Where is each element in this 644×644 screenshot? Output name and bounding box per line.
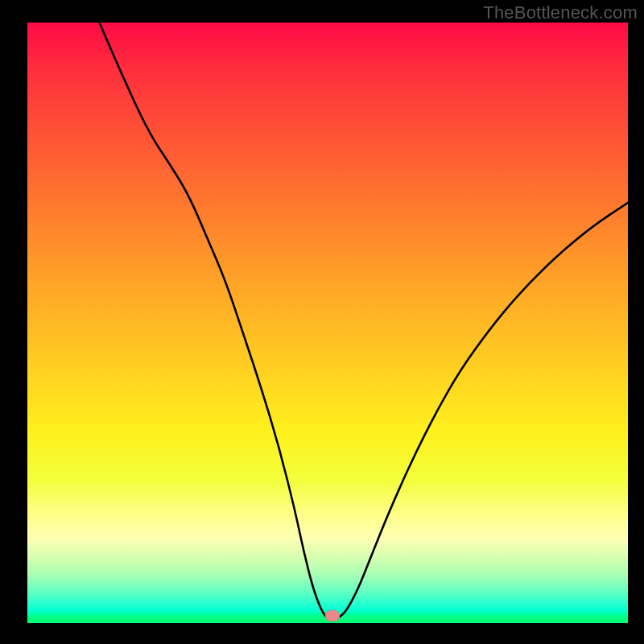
minimum-marker	[325, 610, 340, 621]
watermark-text: TheBottleneck.com	[483, 2, 638, 23]
bottleneck-curve	[100, 23, 629, 619]
chart-frame: TheBottleneck.com	[0, 0, 644, 644]
plot-area	[27, 23, 628, 623]
curve-svg	[27, 23, 628, 623]
